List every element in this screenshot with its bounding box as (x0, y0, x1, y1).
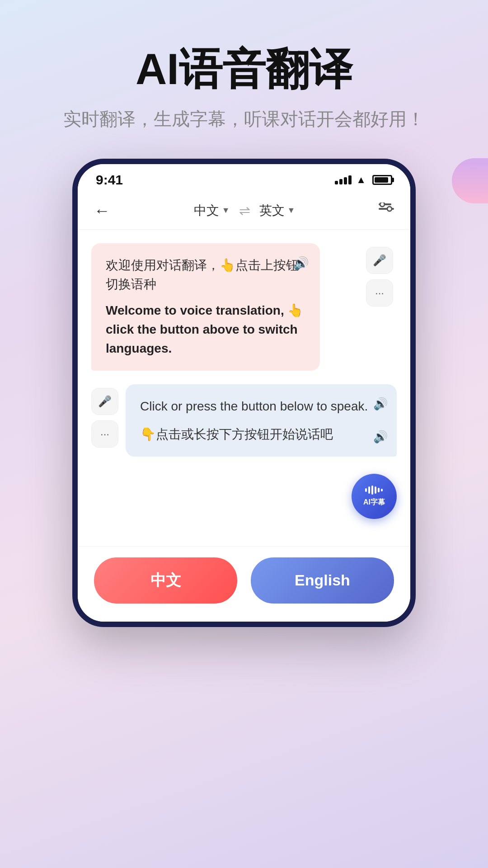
left-bubble-cn-text: 欢迎使用对话翻译，👆点击上按钮切换语种 (106, 256, 305, 294)
ai-caption-waveform-icon (365, 486, 383, 497)
signal-bar-1 (335, 181, 338, 184)
svg-rect-5 (368, 486, 370, 494)
bubble-right: 🔊 Click or press the button below to spe… (126, 384, 397, 457)
right-bubble-sound-top-icon[interactable]: 🔊 (373, 397, 388, 411)
battery-icon (372, 175, 392, 185)
ai-caption-button[interactable]: AI字幕 (352, 474, 397, 519)
english-speak-button[interactable]: English (251, 557, 394, 604)
phone-wrapper: 9:41 ▲ ← 中文 ▼ (0, 159, 488, 627)
signal-bar-2 (339, 179, 343, 184)
right-bubble-wrapper: 🎤 ··· 🔊 Click or press the button below … (91, 384, 397, 457)
header-language-selector: 中文 ▼ ⇌ 英文 ▼ (194, 202, 296, 219)
left-bubble-sound-icon[interactable]: 🔊 (293, 256, 309, 271)
bubble-left: 🔊 欢迎使用对话翻译，👆点击上按钮切换语种 Welcome to voice t… (91, 243, 320, 371)
signal-bars-icon (335, 175, 352, 184)
left-bubble-en-text: Welcome to voice translation, 👆 click th… (106, 301, 305, 358)
ai-caption-label: AI字幕 (363, 498, 385, 507)
wifi-icon: ▲ (356, 174, 366, 186)
battery-fill (375, 177, 388, 183)
bottom-buttons: 中文 English (78, 546, 410, 622)
signal-bar-3 (344, 177, 347, 184)
hero-subtitle: 实时翻译，生成字幕，听课对话开会都好用！ (0, 107, 488, 132)
lang-left-label: 中文 (194, 202, 219, 219)
svg-rect-8 (378, 488, 380, 492)
svg-point-3 (387, 207, 392, 211)
status-time: 9:41 (96, 172, 123, 188)
left-bubble-wrapper: 🔊 欢迎使用对话翻译，👆点击上按钮切换语种 Welcome to voice t… (91, 243, 356, 371)
svg-rect-7 (375, 486, 376, 494)
phone-mockup: 9:41 ▲ ← 中文 ▼ (72, 159, 416, 627)
chinese-speak-button[interactable]: 中文 (94, 557, 237, 604)
chat-area: 🔊 欢迎使用对话翻译，👆点击上按钮切换语种 Welcome to voice t… (78, 230, 410, 546)
svg-point-2 (380, 203, 385, 207)
microphone-button[interactable]: 🎤 (366, 247, 393, 274)
lang-right-label: 英文 (259, 202, 285, 219)
right-bubble-cn-text: 👇点击或长按下方按钮开始说话吧 (140, 425, 370, 444)
back-button[interactable]: ← (94, 201, 110, 220)
settings-button[interactable] (379, 203, 394, 218)
svg-rect-9 (381, 489, 383, 491)
signal-bar-4 (348, 175, 352, 184)
chat-area-container: 🔊 欢迎使用对话翻译，👆点击上按钮切换语种 Welcome to voice t… (78, 230, 410, 546)
microphone-right-button[interactable]: 🎤 (91, 388, 118, 415)
lang-right-button[interactable]: 英文 ▼ (259, 202, 296, 219)
lang-right-arrow: ▼ (287, 206, 296, 215)
right-bubble-side-icons: 🎤 ··· (91, 384, 118, 448)
hero-title: AI语音翻译 (0, 45, 488, 93)
svg-rect-4 (365, 488, 367, 492)
status-icons: ▲ (335, 174, 392, 186)
hero-section: AI语音翻译 实时翻译，生成字幕，听课对话开会都好用！ (0, 0, 488, 159)
more-options-right-button[interactable]: ··· (91, 420, 118, 448)
right-bubble-en-text: Click or press the button below to speak… (140, 397, 370, 416)
lang-left-arrow: ▼ (222, 206, 230, 215)
app-header: ← 中文 ▼ ⇌ 英文 ▼ (78, 192, 410, 230)
status-bar: 9:41 ▲ (78, 164, 410, 192)
left-bubble-side-icons: 🎤 ··· (366, 247, 393, 307)
svg-rect-6 (371, 486, 373, 495)
swap-language-button[interactable]: ⇌ (239, 203, 250, 218)
lang-left-button[interactable]: 中文 ▼ (194, 202, 230, 219)
right-bubble-sound-bottom-icon[interactable]: 🔊 (373, 430, 388, 444)
more-options-button[interactable]: ··· (366, 279, 393, 307)
